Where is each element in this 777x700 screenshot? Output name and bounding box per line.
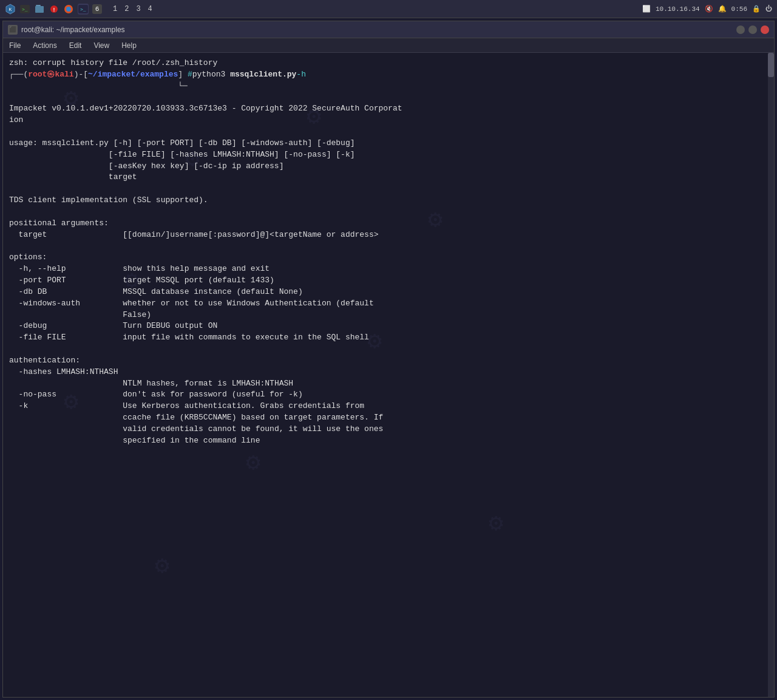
corrupt-history-line: zsh: corrupt history file /root/.zsh_his… [9,58,217,67]
menu-view[interactable]: View [91,41,112,50]
terminal-title: root@kali: ~/impacket/examples [21,25,125,34]
cmd-python3: python3 [192,69,230,81]
workspace-3[interactable]: 3 [134,5,143,13]
red-icon[interactable]: ! [49,4,59,15]
taskbar: K >_ ! [0,0,777,18]
taskbar-left: K >_ ! [5,4,155,15]
svg-text:>_: >_ [80,7,86,12]
svg-text:K: K [9,7,12,12]
lock-icon: 🔒 [752,5,761,13]
svg-text:>_: >_ [22,7,28,12]
prompt-path: ~/impacket/examples [88,69,178,81]
prompt-display: ┌──(root㉿kali)-[~/impacket/examples] └─#… [9,69,768,92]
terminal-small-icon[interactable]: >_ [19,4,30,15]
workspace-4[interactable]: 4 [146,5,155,13]
minimize-button[interactable] [736,25,745,34]
files-icon[interactable] [34,4,45,15]
cmd-flag: -h [296,69,306,81]
svg-rect-4 [35,6,44,13]
bell-icon: 🔔 [718,5,727,13]
terminal-title-icon: ⬛ [8,25,18,35]
workspace-2[interactable]: 2 [122,5,131,13]
positional-header: positional arguments: target [[domain/]u… [9,219,379,239]
cmd-script: mssqlclient.py [230,69,296,81]
power-icon: ⏻ [765,5,772,13]
taskbar-right: ⬜ 10.10.16.34 🔇 🔔 0:56 🔒 ⏻ [642,5,772,13]
impacket-version: Impacket v0.10.1.dev1+20220720.103933.3c… [9,104,402,124]
prompt-user: root [28,69,47,81]
close-button[interactable] [761,25,769,34]
active-workspace-badge[interactable]: 6 [92,4,102,14]
terminal-output: zsh: corrupt history file /root/.zsh_his… [9,58,768,447]
svg-point-9 [66,7,71,12]
options-header: options: -h, --help show this help messa… [9,253,374,342]
menu-actions[interactable]: Actions [30,41,59,50]
svg-text:!: ! [52,7,55,13]
mute-icon: 🔇 [705,5,713,13]
scrollbar[interactable] [768,53,774,697]
workspace-numbers: 1 2 3 4 [110,5,155,13]
usage-line: usage: mssqlclient.py [-h] [-port PORT] … [9,138,355,182]
kali-dragon-icon[interactable]: K [5,4,16,15]
tds-desc: TDS client implementation (SSL supported… [9,195,208,205]
monitor-icon: ⬜ [642,5,651,13]
ip-address: 10.10.16.34 [656,5,700,13]
titlebar-left: ⬛ root@kali: ~/impacket/examples [8,25,125,35]
terminal-titlebar: ⬛ root@kali: ~/impacket/examples [3,21,774,38]
menubar: File Actions Edit View Help [3,38,774,53]
terminal-active-icon[interactable]: >_ [78,4,89,15]
terminal-controls [736,25,769,34]
menu-help[interactable]: Help [119,41,139,50]
prompt-at: ㉿ [47,69,55,81]
auth-header: authentication: -hashes LMHASH:NTHASH NT… [9,356,383,445]
menu-file[interactable]: File [7,41,23,50]
prompt-hash: # [188,69,192,81]
terminal-window: ⬛ root@kali: ~/impacket/examples File Ac… [2,21,775,698]
terminal-body[interactable]: ⚙ ⚙ ⚙ ⚙ ⚙ ⚙ ⚙ ⚙ ⚙ ⚙ zsh: corrupt history… [3,53,774,697]
maximize-button[interactable] [748,25,757,34]
svg-rect-5 [36,5,41,6]
prompt-host: kali [55,69,73,81]
system-time: 0:56 [731,5,747,13]
firefox-icon[interactable] [63,4,74,15]
scrollbar-thumb[interactable] [768,53,774,77]
menu-edit[interactable]: Edit [67,41,84,50]
workspace-1[interactable]: 1 [110,5,120,13]
